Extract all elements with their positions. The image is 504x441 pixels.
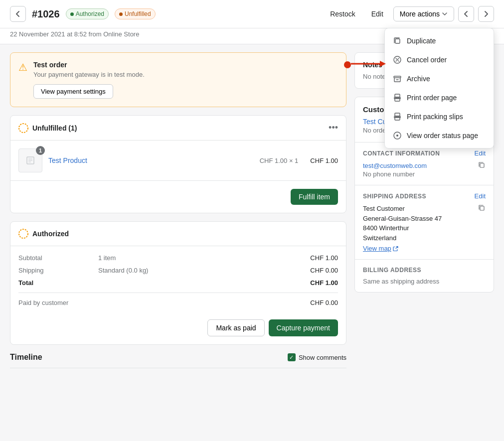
product-name-link[interactable]: Test Product bbox=[48, 156, 87, 164]
archive-icon bbox=[393, 74, 402, 83]
header: #1026 Authorized Unfulfilled Restock Edi… bbox=[0, 0, 504, 28]
unfulfilled-header: Unfulfilled (1) ••• bbox=[10, 116, 346, 141]
left-column: ⚠ Test order Your payment gateway is in … bbox=[10, 52, 346, 368]
warning-content: Test order Your payment gateway is in te… bbox=[33, 61, 145, 99]
dropdown-item-archive[interactable]: Archive bbox=[385, 69, 494, 88]
svg-rect-3 bbox=[480, 163, 484, 167]
warning-title: Test order bbox=[33, 61, 145, 69]
product-item-row: 1 Test Product CHF 1.00 × 1 CHF 1.00 bbox=[10, 141, 346, 181]
fulfill-item-button[interactable]: Fulfill item bbox=[291, 189, 338, 205]
nav-prev-button[interactable] bbox=[458, 6, 474, 22]
view-payment-settings-button[interactable]: View payment settings bbox=[33, 84, 113, 99]
svg-point-0 bbox=[19, 124, 28, 133]
shipping-row: Shipping Standard (0.0 kg) CHF 0.00 bbox=[18, 267, 338, 274]
customer-phone: No phone number bbox=[363, 170, 486, 178]
authorized-dot bbox=[70, 12, 74, 16]
item-quantity-badge: 1 bbox=[36, 146, 45, 155]
timeline-section: Timeline ✓ Show comments bbox=[10, 353, 346, 368]
shipping-desc: Standard (0.0 kg) bbox=[98, 267, 310, 274]
unfulfilled-more-icon[interactable]: ••• bbox=[329, 123, 338, 133]
unfulfilled-badge: Unfulfilled bbox=[115, 8, 156, 19]
shipping-address-row: Test Customer General-Guisan-Strasse 47 … bbox=[363, 204, 486, 243]
warning-banner: ⚠ Test order Your payment gateway is in … bbox=[10, 52, 346, 107]
item-price-row: CHF 1.00 × 1 CHF 1.00 bbox=[260, 157, 338, 164]
warning-icon: ⚠ bbox=[18, 61, 27, 73]
billing-address-section: BILLING ADDRESS Same as shipping address bbox=[355, 259, 494, 292]
cancel-icon bbox=[393, 55, 402, 64]
timeline-title: Timeline bbox=[10, 353, 288, 362]
shipping-address-section: SHIPPING ADDRESS Edit Test Customer Gene… bbox=[355, 185, 494, 259]
svg-rect-8 bbox=[395, 94, 400, 97]
contact-header: CONTACT INFORMATION Edit bbox=[363, 149, 486, 157]
contact-label: CONTACT INFORMATION bbox=[363, 150, 440, 157]
subtotal-amount: CHF 1.00 bbox=[310, 254, 338, 262]
check-icon: ✓ bbox=[289, 354, 294, 361]
duplicate-icon bbox=[393, 36, 402, 45]
header-actions: Restock Edit More actions bbox=[324, 6, 494, 22]
nav-next-button[interactable] bbox=[478, 6, 494, 22]
dropdown-item-view-status[interactable]: View order status page bbox=[385, 126, 494, 145]
copy-email-icon[interactable] bbox=[478, 161, 486, 170]
product-thumbnail: 1 bbox=[18, 148, 42, 172]
shipping-label: SHIPPING ADDRESS bbox=[363, 193, 426, 200]
unfulfilled-card: Unfulfilled (1) ••• 1 Test Product CHF 1… bbox=[10, 115, 346, 213]
customer-email: test@customweb.com bbox=[363, 162, 427, 169]
mark-as-paid-button[interactable]: Mark as paid bbox=[207, 319, 264, 336]
total-amount: CHF 1.00 bbox=[310, 279, 338, 287]
payment-details: Subtotal 1 item CHF 1.00 Shipping Standa… bbox=[10, 246, 346, 319]
payment-title: Authorized bbox=[18, 229, 338, 239]
paid-row: Paid by customer CHF 0.00 bbox=[18, 299, 338, 306]
shipping-address-text: Test Customer General-Guisan-Strasse 47 … bbox=[363, 204, 442, 243]
more-actions-dropdown: Duplicate Cancel order Archive Print ord… bbox=[384, 28, 494, 148]
payment-actions: Mark as paid Capture payment bbox=[10, 319, 346, 344]
billing-text: Same as shipping address bbox=[363, 278, 486, 285]
print-packing-icon bbox=[393, 112, 402, 121]
unfulfilled-dot bbox=[119, 12, 123, 16]
svg-rect-4 bbox=[480, 206, 484, 210]
subtotal-row: Subtotal 1 item CHF 1.00 bbox=[18, 254, 338, 262]
shipping-header: SHIPPING ADDRESS Edit bbox=[363, 192, 486, 200]
show-comments-toggle[interactable]: ✓ Show comments bbox=[288, 353, 346, 361]
warning-text: Your payment gateway is in test mode. bbox=[33, 71, 145, 78]
svg-point-13 bbox=[396, 135, 398, 137]
item-total-price: CHF 1.00 bbox=[310, 157, 338, 164]
shipping-amount: CHF 0.00 bbox=[310, 267, 338, 274]
paid-label: Paid by customer bbox=[18, 299, 98, 306]
svg-rect-5 bbox=[395, 39, 400, 43]
email-row: test@customweb.com bbox=[363, 161, 486, 170]
show-comments-checkbox[interactable]: ✓ bbox=[288, 353, 296, 361]
dropdown-item-print-packing[interactable]: Print packing slips bbox=[385, 107, 494, 126]
page: #1026 Authorized Unfulfilled Restock Edi… bbox=[0, 0, 504, 441]
back-button[interactable] bbox=[10, 6, 26, 22]
more-actions-button[interactable]: More actions bbox=[393, 6, 454, 21]
total-label: Total bbox=[18, 279, 98, 287]
dropdown-item-print-order[interactable]: Print order page bbox=[385, 88, 494, 107]
shipping-edit-link[interactable]: Edit bbox=[475, 192, 486, 200]
total-row: Total CHF 1.00 bbox=[18, 279, 338, 287]
authorized-badge: Authorized bbox=[66, 8, 109, 19]
item-unit-price: CHF 1.00 × 1 bbox=[260, 157, 299, 164]
edit-button[interactable]: Edit bbox=[365, 7, 389, 21]
dropdown-item-duplicate[interactable]: Duplicate bbox=[385, 31, 494, 50]
print-order-icon bbox=[393, 93, 402, 102]
subtotal-qty: 1 item bbox=[98, 254, 310, 262]
billing-label: BILLING ADDRESS bbox=[363, 267, 421, 274]
svg-point-2 bbox=[19, 229, 28, 238]
timeline-header: Timeline ✓ Show comments bbox=[10, 353, 346, 362]
order-number: #1026 bbox=[32, 8, 60, 20]
billing-header: BILLING ADDRESS bbox=[363, 267, 486, 274]
svg-rect-10 bbox=[395, 113, 400, 116]
subtotal-label: Subtotal bbox=[18, 254, 98, 262]
unfulfilled-title: Unfulfilled (1) bbox=[18, 123, 325, 133]
paid-amount: CHF 0.00 bbox=[310, 299, 338, 306]
view-map-link[interactable]: View map bbox=[363, 245, 486, 252]
restock-button[interactable]: Restock bbox=[324, 7, 361, 21]
capture-payment-button[interactable]: Capture payment bbox=[269, 319, 338, 336]
dropdown-item-cancel-order[interactable]: Cancel order bbox=[385, 50, 494, 69]
svg-rect-7 bbox=[394, 76, 401, 78]
shipping-label: Shipping bbox=[18, 267, 98, 274]
contact-edit-link[interactable]: Edit bbox=[475, 149, 486, 157]
payment-header: Authorized bbox=[10, 222, 346, 246]
fulfill-footer: Fulfill item bbox=[10, 181, 346, 213]
copy-address-icon[interactable] bbox=[478, 204, 486, 213]
